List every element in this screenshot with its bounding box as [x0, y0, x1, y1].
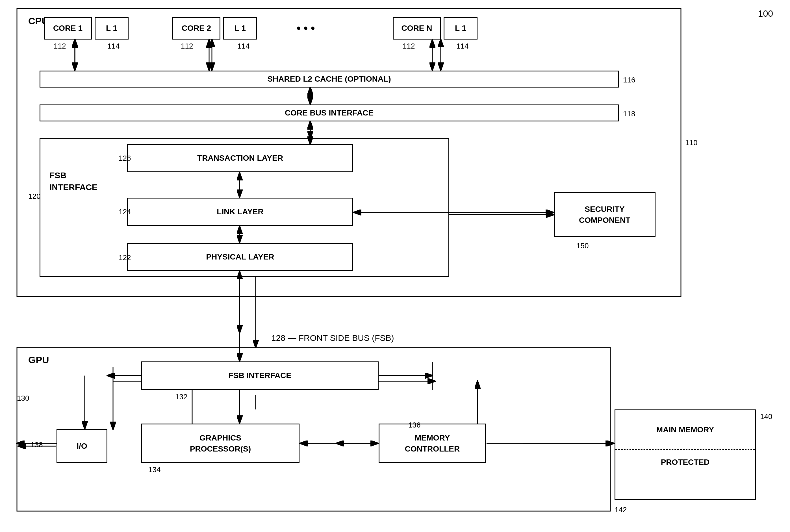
ref-142: 142 [614, 506, 627, 514]
graphics-processor-box: GRAPHICSPROCESSOR(S) [141, 423, 299, 463]
ref-134: 134 [148, 466, 161, 474]
fsb-interface-gpu-box: FSB INTERFACE [141, 361, 379, 390]
ref-114-N: 114 [456, 42, 469, 51]
security-component-label: SECURITYCOMPONENT [579, 204, 630, 226]
diagram: 100 CPU CORE 1 L 1 112 114 CORE 2 L 1 11… [0, 0, 790, 532]
memory-controller-box: MEMORYCONTROLLER [379, 423, 486, 463]
ref-112-1: 112 [54, 42, 66, 51]
ref-138: 138 [31, 440, 43, 449]
io-box: I/O [56, 429, 107, 463]
core1-box: CORE 1 [44, 17, 92, 40]
core2-box: CORE 2 [172, 17, 220, 40]
ref-112-N: 112 [403, 42, 415, 51]
ref-100: 100 [758, 8, 773, 19]
ref-150: 150 [576, 242, 589, 250]
core-bus-box: CORE BUS INTERFACE [40, 104, 619, 121]
main-memory-label: MAIN MEMORY [656, 425, 714, 435]
graphics-processor-label: GRAPHICSPROCESSOR(S) [190, 432, 251, 454]
core1-label: CORE 1 [53, 23, 82, 33]
ref-122: 122 [119, 253, 131, 262]
memory-controller-label: MEMORYCONTROLLER [405, 432, 460, 454]
fsb-interface-cpu-label: FSBINTERFACE [50, 169, 97, 193]
shared-l2-box: SHARED L2 CACHE (OPTIONAL) [40, 71, 619, 88]
link-layer-label: LINK LAYER [217, 207, 263, 217]
coreN-label: CORE N [402, 23, 432, 33]
ref-136: 136 [408, 421, 420, 430]
core-bus-label: CORE BUS INTERFACE [285, 108, 373, 118]
core2-label: CORE 2 [182, 23, 211, 33]
shared-l2-label: SHARED L2 CACHE (OPTIONAL) [267, 74, 391, 84]
ref-130: 130 [17, 394, 29, 403]
ref-120: 120 [28, 192, 40, 201]
main-memory-box: MAIN MEMORY PROTECTED [614, 410, 756, 500]
l1-2-box: L 1 [223, 17, 257, 40]
l1-1-label: L 1 [106, 23, 117, 33]
ref-114-2: 114 [237, 42, 250, 51]
transaction-layer-box: TRANSACTION LAYER [127, 144, 353, 172]
security-component-box: SECURITYCOMPONENT [554, 192, 656, 237]
ref-124: 124 [119, 208, 131, 216]
ref-110: 110 [685, 138, 697, 147]
fsb-interface-gpu-label: FSB INTERFACE [228, 370, 291, 381]
ref-112-2: 112 [181, 42, 193, 51]
ref-140: 140 [760, 412, 772, 421]
ref-118: 118 [623, 110, 635, 118]
ref-132: 132 [175, 393, 187, 401]
link-layer-box: LINK LAYER [127, 198, 353, 226]
l1-N-box: L 1 [444, 17, 478, 40]
l1-2-label: L 1 [235, 23, 246, 33]
transaction-layer-label: TRANSACTION LAYER [197, 153, 283, 163]
protected-label: PROTECTED [661, 457, 710, 467]
l1-N-label: L 1 [455, 23, 466, 33]
fsb-label: 128 — FRONT SIDE BUS (FSB) [271, 333, 394, 343]
ref-116: 116 [623, 76, 635, 84]
io-label: I/O [77, 441, 87, 451]
ref-114-1: 114 [107, 42, 120, 51]
l1-1-box: L 1 [95, 17, 129, 40]
ref-126: 126 [119, 154, 131, 163]
dots-label: • • • [297, 22, 315, 35]
physical-layer-label: PHYSICAL LAYER [206, 252, 274, 262]
physical-layer-box: PHYSICAL LAYER [127, 243, 353, 271]
gpu-label: GPU [28, 355, 49, 365]
coreN-box: CORE N [393, 17, 441, 40]
